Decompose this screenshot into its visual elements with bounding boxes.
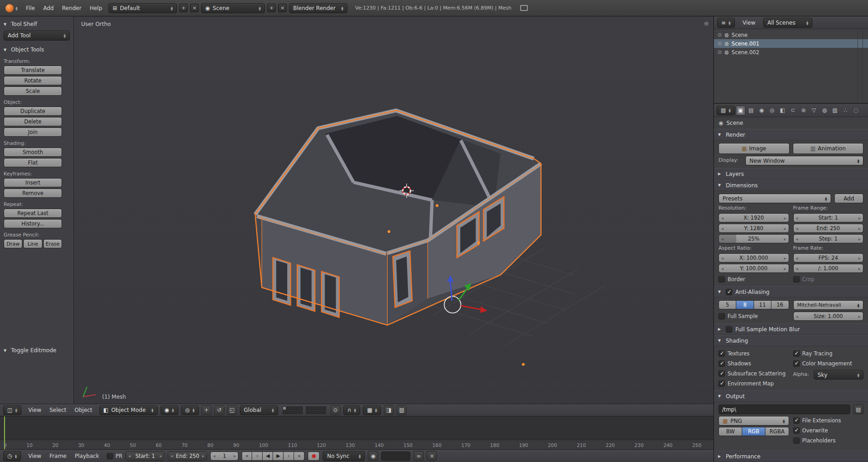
- grease-pencil-button[interactable]: Line: [23, 239, 42, 248]
- house-model[interactable]: [255, 110, 541, 325]
- blender-menu-button[interactable]: [4, 3, 20, 13]
- render-image-button[interactable]: ▦ Image: [718, 143, 790, 154]
- browse-folder-button[interactable]: ▤: [853, 405, 863, 414]
- display-dropdown[interactable]: New Window: [745, 156, 863, 165]
- panel-header-performance[interactable]: Performance: [714, 451, 868, 462]
- checkbox-row[interactable]: Shadows: [718, 359, 789, 368]
- rotate-manipulator-button[interactable]: ↺: [214, 406, 224, 415]
- editor-type-button[interactable]: ▤: [717, 106, 735, 115]
- menu-item[interactable]: Frame: [46, 453, 71, 459]
- checkbox-row[interactable]: Crop: [793, 275, 864, 283]
- aa-samples-button[interactable]: 11: [754, 300, 771, 309]
- properties-tab[interactable]: ▽: [809, 106, 819, 115]
- checkbox-row[interactable]: Ray Tracing: [793, 349, 864, 358]
- panel-checkbox[interactable]: [726, 326, 732, 333]
- visibility-toggle-icon[interactable]: ⊙: [718, 49, 722, 55]
- layer-grid[interactable]: [283, 406, 326, 414]
- audio-scrub-button[interactable]: ◉: [368, 451, 378, 461]
- menu-item[interactable]: File: [22, 5, 39, 11]
- color-mode-button[interactable]: RGB: [742, 427, 765, 436]
- frame-start-field[interactable]: Start: 1: [125, 452, 165, 461]
- tool-button[interactable]: Remove: [4, 189, 62, 198]
- outliner-scene-row[interactable]: ⊙ ◍ Scene.002: [714, 48, 868, 56]
- viewport-corner-icon[interactable]: ⊕: [704, 20, 709, 27]
- resolution-y-field[interactable]: Y: 1280: [718, 224, 789, 233]
- frame-start-field[interactable]: Start: 1: [793, 213, 864, 222]
- panel-header-render[interactable]: Render: [714, 129, 868, 140]
- render-opengl-button[interactable]: ◨: [384, 406, 394, 415]
- fps-field[interactable]: FPS: 24: [793, 253, 864, 262]
- screen-layout-dropdown[interactable]: ⊞ Default: [108, 3, 177, 13]
- scale-manipulator-button[interactable]: ◱: [227, 406, 237, 415]
- properties-tab[interactable]: ▣: [736, 106, 745, 115]
- tool-button[interactable]: Repeat Last: [4, 209, 62, 218]
- menu-item[interactable]: View: [24, 453, 45, 459]
- full-sample-toggle[interactable]: Full Sample: [718, 312, 789, 320]
- tool-button[interactable]: Rotate: [4, 76, 62, 85]
- properties-tab[interactable]: ∴: [841, 106, 850, 115]
- render-presets-dropdown[interactable]: Presets: [718, 194, 831, 203]
- tool-button[interactable]: Duplicate: [4, 107, 62, 116]
- properties-tab[interactable]: ◌: [851, 106, 861, 115]
- properties-tab[interactable]: ◎: [767, 106, 777, 115]
- checkbox-row[interactable]: Textures: [718, 349, 789, 358]
- alpha-dropdown[interactable]: Sky: [814, 370, 864, 380]
- orientation-dropdown[interactable]: Global: [240, 406, 278, 415]
- playback-button[interactable]: ›: [284, 452, 294, 461]
- toggle-editmode-header[interactable]: Toggle Editmode: [4, 345, 57, 355]
- render-opengl-anim-button[interactable]: ▧: [397, 406, 407, 415]
- file-format-dropdown[interactable]: ▦ PNG: [718, 416, 789, 426]
- object-tools-header[interactable]: Object Tools: [4, 45, 70, 55]
- viewport-3d[interactable]: User Ortho ⊕ (1) Mesh: [74, 16, 713, 404]
- tool-button[interactable]: Scale: [4, 87, 62, 96]
- preview-range-toggle[interactable]: PR: [107, 452, 123, 460]
- aa-samples-button[interactable]: 5: [718, 300, 736, 309]
- grease-pencil-button[interactable]: Draw: [4, 239, 22, 248]
- snap-target-dropdown[interactable]: ▦: [363, 406, 381, 415]
- tool-button[interactable]: History...: [4, 219, 62, 228]
- checkbox-row[interactable]: Placeholders: [793, 436, 864, 445]
- panel-header-antialiasing[interactable]: Anti-Aliasing: [714, 286, 868, 298]
- tool-button[interactable]: Translate: [4, 66, 62, 75]
- aa-samples-button[interactable]: 8: [736, 300, 754, 309]
- delete-layout-button[interactable]: ×: [190, 4, 199, 12]
- tool-button[interactable]: Flat: [4, 158, 62, 167]
- menu-item[interactable]: Select: [45, 407, 70, 413]
- editor-type-button[interactable]: ◫: [3, 406, 21, 415]
- viewport-shading-dropdown[interactable]: ◉: [160, 406, 178, 415]
- tool-shelf-header[interactable]: Tool Shelf: [4, 19, 70, 29]
- record-button[interactable]: ●: [308, 452, 320, 461]
- panel-header-output[interactable]: Output: [714, 390, 868, 402]
- properties-tab[interactable]: ◍: [820, 106, 829, 115]
- resolution-percentage-slider[interactable]: 25%: [718, 234, 789, 243]
- checkbox-row[interactable]: Subsurface Scattering: [718, 369, 789, 378]
- render-engine-dropdown[interactable]: Blender Render: [289, 3, 347, 13]
- playback-button[interactable]: ‹: [252, 452, 263, 461]
- outliner-scene-row[interactable]: ⊙ ◍ Scene: [714, 31, 868, 39]
- outliner-scene-row[interactable]: ⊙ ◍ Scene.001: [714, 39, 868, 48]
- properties-tab[interactable]: ⊛: [799, 106, 808, 115]
- frame-step-field[interactable]: Step: 1: [793, 234, 864, 243]
- visibility-toggle-icon[interactable]: ⊙: [718, 41, 722, 46]
- properties-tab[interactable]: ◉: [757, 106, 766, 115]
- panel-header-dimensions[interactable]: Dimensions: [714, 180, 868, 191]
- color-mode-button[interactable]: RGBA: [765, 427, 789, 436]
- timeline-ruler[interactable]: 0102030405060708090100110120130140150160…: [0, 416, 713, 449]
- layer-group-2[interactable]: [306, 406, 326, 414]
- playback-button[interactable]: ▶: [273, 452, 284, 461]
- checkbox-row[interactable]: Overwrite: [793, 426, 864, 435]
- lock-icon[interactable]: ⊙: [331, 406, 341, 415]
- properties-tab[interactable]: ⊂: [788, 106, 798, 115]
- aa-samples-button[interactable]: 16: [771, 300, 789, 309]
- sync-dropdown[interactable]: No Sync: [323, 451, 365, 461]
- menu-item[interactable]: Add: [39, 5, 58, 11]
- current-frame-field[interactable]: 1: [210, 452, 238, 461]
- window-icon[interactable]: [520, 5, 528, 11]
- translate-manipulator-button[interactable]: +: [202, 406, 212, 415]
- menu-item[interactable]: View: [24, 407, 45, 413]
- checkbox-row[interactable]: File Extensions: [793, 416, 864, 425]
- snap-dropdown[interactable]: ∩: [343, 406, 360, 415]
- frame-end-field[interactable]: End: 250: [793, 224, 864, 233]
- scene-canvas[interactable]: [74, 16, 713, 404]
- mode-dropdown[interactable]: ◧ Object Mode: [99, 406, 158, 415]
